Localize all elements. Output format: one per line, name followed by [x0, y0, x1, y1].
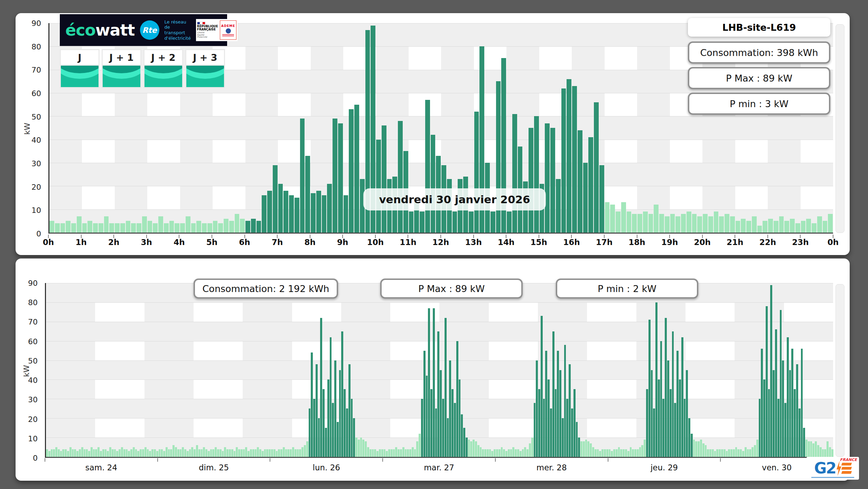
bar: [49, 221, 54, 233]
bar: [91, 447, 93, 457]
bar: [660, 341, 662, 457]
bar: [796, 364, 798, 457]
bar: [137, 451, 139, 457]
bar: [60, 223, 65, 233]
bar: [808, 441, 810, 457]
x-tick-label: 16h: [563, 238, 580, 247]
bar: [189, 449, 191, 457]
bar: [494, 449, 496, 457]
bar: [259, 449, 261, 457]
bar: [234, 451, 236, 457]
bar: [180, 449, 182, 457]
bar: [379, 449, 381, 457]
bar: [430, 389, 432, 457]
x-tick-label: 14h: [498, 238, 514, 247]
bar: [609, 449, 611, 457]
bar: [250, 449, 252, 457]
bar: [163, 451, 165, 457]
bar: [770, 285, 772, 457]
rte-tagline: Le réseau de transport d'électricité: [165, 19, 191, 41]
bar: [534, 403, 536, 457]
day-chart-scrollbar[interactable]: [836, 24, 844, 233]
week-chart-plot[interactable]: [45, 283, 833, 458]
bar: [414, 449, 416, 457]
x-tick-label: 19h: [661, 238, 678, 247]
week-consumption-stat: Consommation: 2 192 kWh: [194, 279, 338, 299]
bar: [105, 449, 107, 457]
forecast-tile-j3[interactable]: J + 3: [185, 49, 225, 88]
bar: [708, 216, 713, 233]
bar: [646, 389, 648, 457]
bar: [489, 449, 491, 457]
bar: [648, 320, 651, 457]
bar: [543, 399, 545, 457]
y-tick-label: 30: [28, 395, 38, 404]
bar: [679, 379, 681, 457]
bar: [477, 445, 479, 457]
y-tick-label: 80: [31, 42, 41, 51]
bar: [541, 316, 543, 457]
bar: [400, 449, 402, 457]
x-axis-ticks: [45, 458, 833, 462]
bar: [267, 191, 272, 233]
bar: [431, 135, 436, 233]
bar: [426, 376, 428, 457]
forecast-tile-j[interactable]: J: [60, 49, 100, 88]
bar: [576, 422, 578, 457]
bar: [578, 130, 582, 233]
bar: [447, 418, 449, 457]
bar: [714, 451, 716, 457]
bar: [735, 447, 737, 457]
bar: [332, 403, 334, 457]
bar: [828, 214, 833, 233]
bar: [362, 440, 364, 457]
bar: [621, 202, 626, 233]
x-axis-labels: sam. 24dim. 25lun. 26mar. 27mer. 28jeu. …: [45, 463, 833, 475]
dashboard: kW 0102030405060708090 vendredi 30 janvi…: [0, 0, 868, 489]
bar: [348, 364, 351, 457]
bar: [757, 226, 762, 233]
bar: [613, 449, 615, 457]
bar: [632, 214, 637, 233]
bar: [556, 179, 561, 233]
bar: [202, 223, 207, 233]
bar: [409, 211, 414, 233]
bar: [388, 449, 390, 457]
bar: [84, 449, 86, 457]
bar: [130, 449, 132, 457]
bar: [459, 379, 461, 457]
bar: [295, 198, 299, 233]
bar: [48, 451, 50, 457]
bar: [749, 449, 751, 457]
bar: [822, 449, 824, 457]
bar: [597, 449, 599, 457]
bar: [194, 449, 196, 457]
bar: [726, 451, 728, 457]
bar: [501, 447, 503, 457]
bar: [398, 121, 403, 233]
bar: [72, 449, 74, 457]
bar: [658, 379, 660, 457]
bar: [445, 318, 447, 457]
bar: [353, 418, 355, 457]
bar: [99, 223, 103, 233]
bar: [316, 191, 321, 233]
forecast-tile-j2[interactable]: J + 2: [143, 49, 183, 88]
bar: [618, 447, 620, 457]
bar: [393, 449, 395, 457]
x-tick-label: 7h: [272, 238, 283, 247]
bar: [97, 447, 100, 457]
x-tick-label: 9h: [337, 238, 348, 247]
forecast-tile-j1[interactable]: J + 1: [102, 49, 141, 88]
bar: [77, 216, 82, 233]
bar: [187, 451, 189, 457]
week-chart-scrollbar[interactable]: [836, 284, 844, 457]
bar: [555, 389, 557, 457]
bar: [391, 449, 393, 457]
bar: [67, 451, 69, 457]
bar: [573, 389, 576, 457]
bar: [665, 216, 670, 233]
bar: [595, 449, 597, 457]
bar: [238, 449, 240, 457]
bar: [256, 221, 261, 233]
